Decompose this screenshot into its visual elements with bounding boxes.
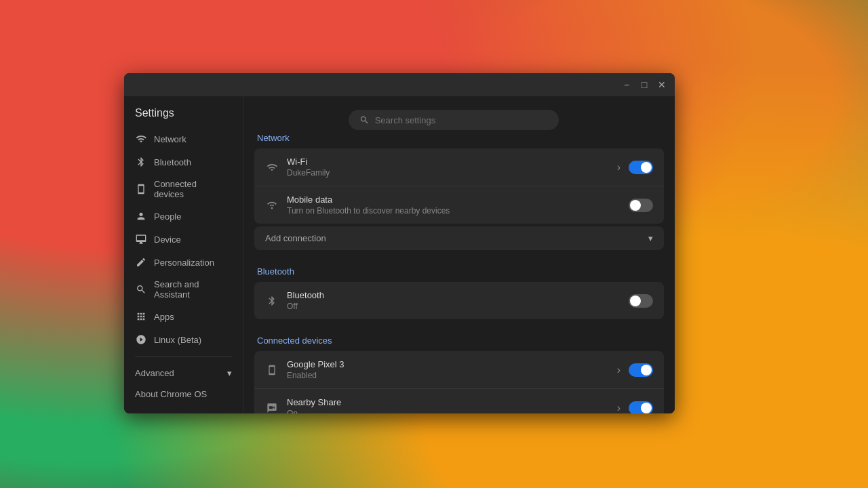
sidebar-item-linux[interactable]: Linux (Beta) bbox=[124, 328, 237, 351]
minimize-button[interactable]: − bbox=[619, 77, 634, 92]
sidebar-title: Settings bbox=[124, 102, 243, 127]
sidebar-item-device-label: Device bbox=[154, 235, 181, 245]
wifi-icon bbox=[135, 133, 147, 145]
main-content: Network Wi-Fi DukeFamily › bbox=[243, 96, 675, 413]
network-section: Network Wi-Fi DukeFamily › bbox=[254, 133, 664, 250]
top-bar bbox=[254, 104, 664, 133]
google-pixel-row[interactable]: Google Pixel 3 Enabled › bbox=[254, 351, 664, 389]
google-pixel-row-text: Google Pixel 3 Enabled bbox=[287, 359, 609, 380]
mobile-data-subtitle: Turn on Bluetooth to discover nearby dev… bbox=[287, 206, 620, 216]
settings-window: − □ ✕ Settings Network B bbox=[124, 73, 675, 413]
expand-icon: ▾ bbox=[227, 368, 232, 378]
sidebar-about[interactable]: About Chrome OS bbox=[124, 384, 243, 405]
add-connection-row[interactable]: Add connection ▾ bbox=[254, 226, 664, 250]
sidebar-item-personalization-label: Personalization bbox=[154, 258, 214, 268]
nearby-share-chevron: › bbox=[617, 402, 620, 414]
wifi-row-title: Wi-Fi bbox=[287, 157, 609, 167]
nearby-share-toggle[interactable] bbox=[629, 401, 653, 414]
sidebar-item-device[interactable]: Device bbox=[124, 228, 237, 251]
connected-devices-section: Connected devices Google Pixel 3 Enabled bbox=[254, 336, 664, 413]
nearby-share-subtitle: On bbox=[287, 409, 609, 413]
mobile-data-toggle[interactable] bbox=[629, 199, 653, 212]
bluetooth-row[interactable]: Bluetooth Off bbox=[254, 282, 664, 319]
bluetooth-section-title: Bluetooth bbox=[254, 266, 664, 277]
maximize-button[interactable]: □ bbox=[637, 77, 652, 92]
bluetooth-icon bbox=[135, 156, 147, 168]
pencil-icon bbox=[135, 256, 147, 268]
sidebar-item-linux-label: Linux (Beta) bbox=[154, 335, 201, 345]
sidebar: Settings Network Bluetooth bbox=[124, 96, 243, 413]
google-pixel-chevron: › bbox=[617, 364, 620, 376]
mobile-data-row[interactable]: Mobile data Turn on Bluetooth to discove… bbox=[254, 186, 664, 224]
search-icon bbox=[135, 283, 147, 296]
sidebar-item-connected-devices[interactable]: Connected devices bbox=[124, 174, 237, 205]
mobile-data-title: Mobile data bbox=[287, 195, 620, 205]
bluetooth-row-text: Bluetooth Off bbox=[287, 290, 620, 311]
sidebar-item-apps-label: Apps bbox=[154, 312, 174, 322]
connected-devices-card: Google Pixel 3 Enabled › bbox=[254, 351, 664, 413]
nearby-share-row-text: Nearby Share On bbox=[287, 397, 609, 413]
sidebar-advanced-label: Advanced bbox=[135, 368, 174, 378]
sidebar-item-people-label: People bbox=[154, 211, 181, 222]
person-icon bbox=[135, 210, 147, 222]
add-connection-label: Add connection bbox=[265, 233, 326, 243]
google-pixel-title: Google Pixel 3 bbox=[287, 359, 609, 369]
connected-devices-section-title: Connected devices bbox=[254, 336, 664, 346]
wifi-chevron: › bbox=[617, 161, 620, 174]
sidebar-item-personalization[interactable]: Personalization bbox=[124, 251, 237, 274]
google-pixel-subtitle: Enabled bbox=[287, 371, 609, 380]
sidebar-item-network[interactable]: Network bbox=[124, 127, 237, 150]
sidebar-about-label: About Chrome OS bbox=[135, 389, 207, 399]
sidebar-item-apps[interactable]: Apps bbox=[124, 305, 237, 328]
sidebar-advanced[interactable]: Advanced ▾ bbox=[124, 363, 243, 384]
sidebar-item-search-assistant[interactable]: Search and Assistant bbox=[124, 274, 237, 305]
grid-icon bbox=[135, 310, 147, 323]
wifi-row[interactable]: Wi-Fi DukeFamily › bbox=[254, 148, 664, 186]
mobile-data-icon bbox=[265, 199, 279, 212]
bluetooth-card: Bluetooth Off bbox=[254, 282, 664, 319]
sidebar-item-bluetooth[interactable]: Bluetooth bbox=[124, 150, 237, 174]
nearby-share-icon bbox=[265, 401, 279, 414]
bluetooth-row-subtitle: Off bbox=[287, 302, 620, 311]
network-card: Wi-Fi DukeFamily › bbox=[254, 148, 664, 224]
sidebar-item-network-label: Network bbox=[154, 134, 186, 144]
close-button[interactable]: ✕ bbox=[654, 77, 669, 92]
titlebar: − □ ✕ bbox=[124, 73, 675, 96]
google-pixel-toggle[interactable] bbox=[629, 363, 653, 377]
wifi-toggle[interactable] bbox=[629, 161, 653, 174]
phone-icon bbox=[135, 183, 147, 195]
sidebar-item-search-assistant-label: Search and Assistant bbox=[154, 279, 226, 300]
wifi-row-icon bbox=[265, 161, 279, 174]
bluetooth-row-title: Bluetooth bbox=[287, 290, 620, 300]
bluetooth-section: Bluetooth Bluetooth Off bbox=[254, 266, 664, 319]
sidebar-item-people[interactable]: People bbox=[124, 205, 237, 228]
search-input[interactable] bbox=[375, 115, 548, 125]
search-icon-svg bbox=[359, 115, 370, 125]
window-body: Settings Network Bluetooth bbox=[124, 96, 675, 413]
nearby-share-row[interactable]: Nearby Share On › bbox=[254, 389, 664, 413]
monitor-icon bbox=[135, 233, 147, 245]
network-section-title: Network bbox=[254, 133, 664, 143]
bluetooth-toggle[interactable] bbox=[629, 294, 653, 308]
sidebar-item-bluetooth-label: Bluetooth bbox=[154, 157, 191, 167]
mobile-data-row-text: Mobile data Turn on Bluetooth to discove… bbox=[287, 195, 620, 216]
linux-icon bbox=[135, 333, 147, 346]
google-pixel-icon bbox=[265, 363, 279, 377]
sidebar-divider bbox=[135, 357, 232, 357]
nearby-share-title: Nearby Share bbox=[287, 397, 609, 407]
wifi-row-subtitle: DukeFamily bbox=[287, 168, 609, 178]
sidebar-item-connected-devices-label: Connected devices bbox=[154, 179, 226, 199]
bluetooth-row-icon bbox=[265, 294, 279, 308]
wifi-row-text: Wi-Fi DukeFamily bbox=[287, 157, 609, 178]
search-container bbox=[349, 110, 559, 130]
add-connection-chevron: ▾ bbox=[648, 233, 653, 243]
